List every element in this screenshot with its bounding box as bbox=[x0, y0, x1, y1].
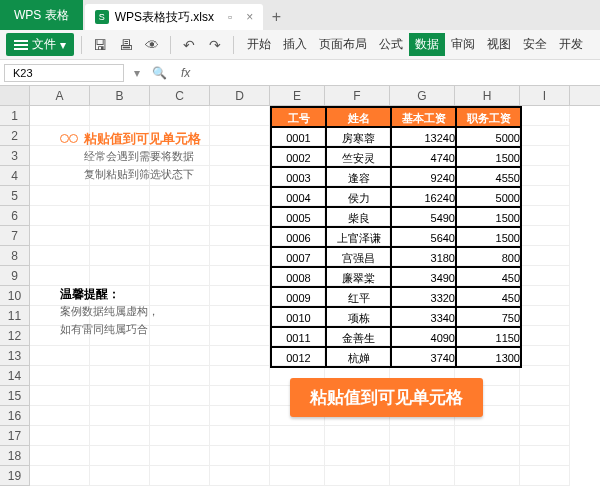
cell[interactable] bbox=[520, 366, 570, 386]
cell[interactable] bbox=[455, 466, 520, 486]
cell[interactable] bbox=[30, 366, 90, 386]
cell[interactable] bbox=[90, 226, 150, 246]
cell[interactable] bbox=[150, 206, 210, 226]
cell[interactable] bbox=[210, 226, 270, 246]
cell[interactable] bbox=[90, 266, 150, 286]
cell[interactable] bbox=[210, 306, 270, 326]
cell[interactable] bbox=[325, 446, 390, 466]
cell[interactable] bbox=[90, 366, 150, 386]
cell[interactable] bbox=[520, 446, 570, 466]
cell[interactable] bbox=[520, 186, 570, 206]
cell[interactable] bbox=[520, 146, 570, 166]
cell[interactable] bbox=[30, 386, 90, 406]
row-header[interactable]: 15 bbox=[0, 386, 30, 406]
cell[interactable] bbox=[150, 306, 210, 326]
cell[interactable] bbox=[30, 266, 90, 286]
col-header[interactable]: C bbox=[150, 86, 210, 105]
col-header[interactable]: D bbox=[210, 86, 270, 105]
spreadsheet-grid[interactable]: ABCDEFGHI 12345678910111213141516171819 … bbox=[0, 86, 600, 500]
cell[interactable] bbox=[210, 326, 270, 346]
cell[interactable] bbox=[520, 406, 570, 426]
cell[interactable] bbox=[270, 466, 325, 486]
cell[interactable] bbox=[520, 306, 570, 326]
cell[interactable] bbox=[90, 406, 150, 426]
cell[interactable] bbox=[455, 446, 520, 466]
cell[interactable] bbox=[150, 386, 210, 406]
name-box-dropdown-icon[interactable]: ▾ bbox=[128, 66, 146, 80]
row-header[interactable]: 2 bbox=[0, 126, 30, 146]
cell[interactable] bbox=[520, 386, 570, 406]
cell[interactable] bbox=[520, 426, 570, 446]
cell[interactable] bbox=[520, 246, 570, 266]
cell[interactable] bbox=[150, 426, 210, 446]
cell[interactable] bbox=[210, 126, 270, 146]
row-header[interactable]: 9 bbox=[0, 266, 30, 286]
document-tab[interactable]: S WPS表格技巧.xlsx ▫ × bbox=[85, 4, 264, 30]
cell[interactable] bbox=[150, 326, 210, 346]
cell[interactable] bbox=[270, 426, 325, 446]
row-header[interactable]: 10 bbox=[0, 286, 30, 306]
cell[interactable] bbox=[150, 266, 210, 286]
cell[interactable] bbox=[270, 446, 325, 466]
cell[interactable] bbox=[210, 266, 270, 286]
cell[interactable] bbox=[90, 186, 150, 206]
tab-options-icon[interactable]: ▫ bbox=[228, 10, 232, 24]
undo-icon[interactable]: ↶ bbox=[178, 34, 200, 56]
cell[interactable] bbox=[520, 106, 570, 126]
cell[interactable] bbox=[210, 206, 270, 226]
cell[interactable] bbox=[150, 186, 210, 206]
row-header[interactable]: 4 bbox=[0, 166, 30, 186]
cell[interactable] bbox=[30, 426, 90, 446]
row-header[interactable]: 18 bbox=[0, 446, 30, 466]
print-icon[interactable]: 🖶 bbox=[115, 34, 137, 56]
cell[interactable] bbox=[210, 466, 270, 486]
cell[interactable] bbox=[210, 426, 270, 446]
col-header[interactable]: G bbox=[390, 86, 455, 105]
cell[interactable] bbox=[325, 426, 390, 446]
cell[interactable] bbox=[210, 406, 270, 426]
menu-安全[interactable]: 安全 bbox=[517, 33, 553, 56]
cell[interactable] bbox=[90, 446, 150, 466]
cell[interactable] bbox=[30, 106, 90, 126]
cell[interactable] bbox=[520, 266, 570, 286]
col-header[interactable]: E bbox=[270, 86, 325, 105]
cell[interactable] bbox=[210, 246, 270, 266]
cell[interactable] bbox=[150, 246, 210, 266]
cell[interactable] bbox=[520, 466, 570, 486]
cell[interactable] bbox=[150, 106, 210, 126]
cell[interactable] bbox=[150, 366, 210, 386]
cell[interactable] bbox=[30, 246, 90, 266]
row-header[interactable]: 7 bbox=[0, 226, 30, 246]
row-header[interactable]: 11 bbox=[0, 306, 30, 326]
row-header[interactable]: 3 bbox=[0, 146, 30, 166]
file-menu-button[interactable]: 文件 ▾ bbox=[6, 33, 74, 56]
cell[interactable] bbox=[210, 286, 270, 306]
col-header[interactable]: I bbox=[520, 86, 570, 105]
cell[interactable] bbox=[210, 186, 270, 206]
row-header[interactable]: 13 bbox=[0, 346, 30, 366]
save-icon[interactable]: 🖫 bbox=[89, 34, 111, 56]
menu-公式[interactable]: 公式 bbox=[373, 33, 409, 56]
paste-visible-button[interactable]: 粘贴值到可见单元格 bbox=[290, 378, 483, 417]
row-header[interactable]: 19 bbox=[0, 466, 30, 486]
cell[interactable] bbox=[210, 446, 270, 466]
row-header[interactable]: 1 bbox=[0, 106, 30, 126]
new-tab-button[interactable]: + bbox=[263, 4, 289, 30]
cell[interactable] bbox=[390, 446, 455, 466]
row-header[interactable]: 17 bbox=[0, 426, 30, 446]
row-header[interactable]: 8 bbox=[0, 246, 30, 266]
col-header[interactable]: B bbox=[90, 86, 150, 105]
cell[interactable] bbox=[210, 106, 270, 126]
menu-数据[interactable]: 数据 bbox=[409, 33, 445, 56]
cell[interactable] bbox=[150, 286, 210, 306]
cell[interactable] bbox=[90, 386, 150, 406]
cell[interactable] bbox=[90, 466, 150, 486]
cell[interactable] bbox=[210, 146, 270, 166]
cell[interactable] bbox=[90, 346, 150, 366]
row-header[interactable]: 6 bbox=[0, 206, 30, 226]
cell[interactable] bbox=[210, 386, 270, 406]
cell[interactable] bbox=[390, 466, 455, 486]
cell[interactable] bbox=[90, 426, 150, 446]
cell[interactable] bbox=[520, 206, 570, 226]
cell[interactable] bbox=[150, 406, 210, 426]
